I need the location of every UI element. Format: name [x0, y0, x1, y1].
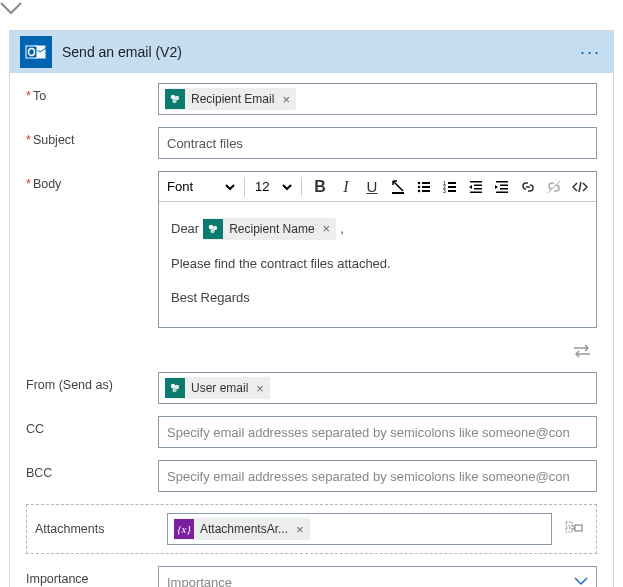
svg-rect-20: [470, 181, 482, 183]
bcc-field[interactable]: [158, 460, 597, 492]
token-remove-icon[interactable]: ×: [254, 381, 266, 396]
token-remove-icon[interactable]: ×: [294, 522, 306, 537]
svg-point-31: [210, 229, 214, 233]
svg-text:3: 3: [443, 188, 446, 194]
svg-rect-7: [392, 192, 404, 194]
svg-rect-21: [474, 184, 482, 186]
bcc-input[interactable]: [165, 468, 590, 485]
from-field[interactable]: User email ×: [158, 372, 597, 404]
label-to: *To: [26, 83, 158, 103]
token-recipient-name[interactable]: Recipient Name ×: [203, 218, 336, 240]
label-bcc: BCC: [26, 460, 158, 480]
importance-placeholder: Importance: [167, 575, 232, 588]
svg-rect-26: [500, 188, 508, 190]
rich-text-editor: Font 12 B I U: [158, 171, 597, 328]
label-attachments: Attachments: [35, 522, 159, 536]
body-text-line3: Best Regards: [171, 288, 584, 308]
rte-content[interactable]: Dear Recipient Name × , Please find the …: [159, 202, 596, 327]
svg-rect-11: [422, 182, 430, 184]
svg-rect-19: [448, 190, 456, 192]
to-field[interactable]: Recipient Email ×: [158, 83, 597, 115]
action-title: Send an email (V2): [62, 44, 578, 60]
action-body: *To Recipient Email × *Subject: [10, 73, 613, 587]
action-card: Send an email (V2) ··· *To Recipient Ema…: [9, 30, 614, 587]
cc-field[interactable]: [158, 416, 597, 448]
numbered-list-button[interactable]: 123: [438, 175, 462, 199]
svg-point-6: [172, 99, 176, 103]
label-importance: Importance: [26, 566, 158, 586]
svg-point-9: [418, 185, 421, 188]
token-remove-icon[interactable]: ×: [321, 219, 333, 239]
rte-toolbar: Font 12 B I U: [159, 172, 596, 202]
svg-point-8: [418, 181, 421, 184]
flow-arrow-down-icon: [0, 2, 623, 16]
svg-point-34: [172, 388, 176, 392]
text-color-button[interactable]: [386, 175, 410, 199]
action-header[interactable]: Send an email (V2) ···: [10, 31, 613, 73]
outlook-icon: [20, 36, 52, 68]
svg-rect-17: [448, 182, 456, 184]
sharepoint-icon: [165, 378, 185, 398]
body-text-dear: Dear: [171, 219, 199, 239]
action-menu-button[interactable]: ···: [578, 38, 603, 67]
svg-rect-37: [575, 525, 582, 531]
array-mode-button[interactable]: [560, 515, 588, 543]
label-cc: CC: [26, 416, 158, 436]
code-view-button[interactable]: [568, 175, 592, 199]
label-body: *Body: [26, 171, 158, 191]
svg-rect-35: [566, 522, 572, 526]
sharepoint-icon: [203, 219, 223, 239]
sharepoint-icon: [165, 89, 185, 109]
body-text-line2: Please find the contract files attached.: [171, 254, 584, 274]
bold-button[interactable]: B: [308, 175, 332, 199]
svg-rect-27: [496, 191, 508, 193]
token-attachments-array[interactable]: {x} AttachmentsAr... ×: [174, 518, 310, 540]
subject-input[interactable]: [165, 135, 590, 152]
swap-button[interactable]: [567, 340, 597, 362]
outdent-button[interactable]: [464, 175, 488, 199]
label-from: From (Send as): [26, 372, 158, 392]
svg-point-32: [171, 384, 175, 388]
link-button[interactable]: [516, 175, 540, 199]
svg-rect-18: [448, 186, 456, 188]
svg-rect-22: [474, 188, 482, 190]
font-select[interactable]: Font: [163, 175, 238, 199]
font-size-select[interactable]: 12: [251, 175, 295, 199]
svg-rect-13: [422, 190, 430, 192]
svg-rect-24: [496, 181, 508, 183]
label-subject: *Subject: [26, 127, 158, 147]
svg-rect-36: [566, 528, 572, 532]
attachments-field[interactable]: {x} AttachmentsAr... ×: [167, 513, 552, 545]
token-user-email[interactable]: User email ×: [165, 377, 270, 399]
attachments-row: Attachments {x} AttachmentsAr... ×: [26, 504, 597, 554]
underline-button[interactable]: U: [360, 175, 384, 199]
token-remove-icon[interactable]: ×: [280, 92, 292, 107]
importance-select[interactable]: Importance: [158, 566, 597, 587]
svg-rect-12: [422, 186, 430, 188]
variable-icon: {x}: [174, 519, 194, 539]
indent-button[interactable]: [490, 175, 514, 199]
bullet-list-button[interactable]: [412, 175, 436, 199]
italic-button[interactable]: I: [334, 175, 358, 199]
svg-point-4: [171, 95, 175, 99]
token-recipient-email[interactable]: Recipient Email ×: [165, 88, 296, 110]
svg-point-29: [209, 225, 213, 229]
body-text-comma: ,: [340, 219, 344, 239]
svg-rect-25: [500, 184, 508, 186]
unlink-button[interactable]: [542, 175, 566, 199]
chevron-down-icon: [574, 577, 588, 587]
subject-field[interactable]: [158, 127, 597, 159]
svg-rect-23: [470, 191, 482, 193]
cc-input[interactable]: [165, 424, 590, 441]
svg-point-10: [418, 189, 421, 192]
